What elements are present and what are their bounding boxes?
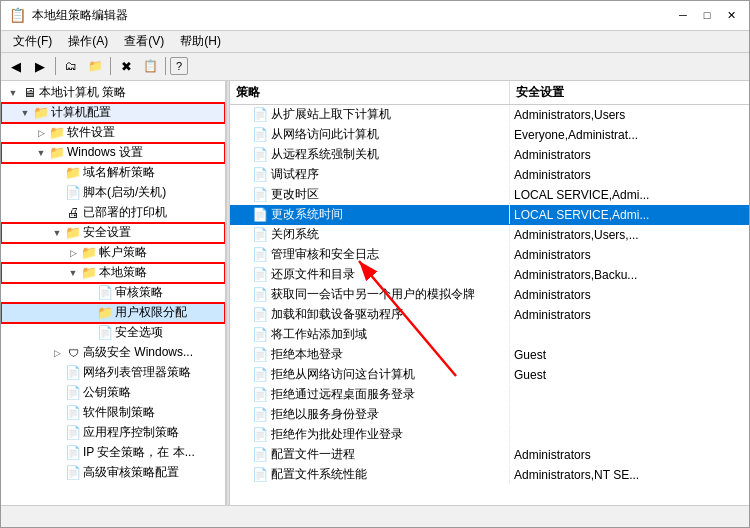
header-policy[interactable]: 策略 [230, 81, 510, 104]
user-rights-icon: 📁 [97, 305, 113, 321]
printers-expander [49, 205, 65, 221]
minimize-button[interactable]: ─ [673, 5, 693, 25]
table-row[interactable]: 📄获取同一会话中另一个用户的模拟令牌 Administrators [230, 285, 749, 305]
toolbar: ◀ ▶ 🗂 📁 ✖ 📋 ? [1, 53, 749, 81]
tree-item-dns[interactable]: 📁 域名解析策略 [1, 163, 225, 183]
cell-security: Administrators,Backu... [510, 267, 749, 283]
table-row[interactable]: 📄拒绝通过远程桌面服务登录 [230, 385, 749, 405]
forward-button[interactable]: ▶ [29, 55, 51, 77]
cell-policy: 📄拒绝从网络访问这台计算机 [230, 365, 510, 384]
tree-item-scripts[interactable]: 📄 脚本(启动/关机) [1, 183, 225, 203]
tree-item-software-restrict[interactable]: 📄 软件限制策略 [1, 403, 225, 423]
local-policy-expander: ▼ [5, 85, 21, 101]
tree-item-user-rights[interactable]: 📁 用户权限分配 [1, 303, 225, 323]
tree-item-network-list[interactable]: 📄 网络列表管理器策略 [1, 363, 225, 383]
tree-item-advanced-audit[interactable]: 📄 高级审核策略配置 [1, 463, 225, 483]
tree-item-security-settings[interactable]: ▼ 📁 安全设置 [1, 223, 225, 243]
menu-action[interactable]: 操作(A) [60, 31, 116, 52]
table-row[interactable]: 📄配置文件系统性能 Administrators,NT SE... [230, 465, 749, 485]
table-row[interactable]: 📄更改时区 LOCAL SERVICE,Admi... [230, 185, 749, 205]
properties-button[interactable]: 📋 [139, 55, 161, 77]
public-key-expander [49, 385, 65, 401]
up-button[interactable]: 📁 [84, 55, 106, 77]
menu-help[interactable]: 帮助(H) [172, 31, 229, 52]
menu-bar: 文件(F) 操作(A) 查看(V) 帮助(H) [1, 31, 749, 53]
title-bar: 📋 本地组策略编辑器 ─ □ ✕ [1, 1, 749, 31]
adv-audit-label: 高级审核策略配置 [83, 464, 179, 481]
table-row[interactable]: 📄管理审核和安全日志 Administrators [230, 245, 749, 265]
table-row[interactable]: 📄从远程系统强制关机 Administrators [230, 145, 749, 165]
cell-policy: 📄拒绝以服务身份登录 [230, 405, 510, 424]
tree-item-software-settings[interactable]: ▷ 📁 软件设置 [1, 123, 225, 143]
cell-policy: 📄关闭系统 [230, 225, 510, 244]
cell-security: Everyone,Administrat... [510, 127, 749, 143]
cell-policy: 📄配置文件一进程 [230, 445, 510, 464]
tree-item-audit[interactable]: 📄 审核策略 [1, 283, 225, 303]
table-row[interactable]: 📄从网络访问此计算机 Everyone,Administrat... [230, 125, 749, 145]
table-row[interactable]: 📄拒绝作为批处理作业登录 [230, 425, 749, 445]
cell-policy-selected: 📄更改系统时间 [230, 205, 510, 224]
cell-security [510, 334, 749, 336]
applocker-label: 应用程序控制策略 [83, 424, 179, 441]
cell-policy: 📄从远程系统强制关机 [230, 145, 510, 164]
cell-security [510, 394, 749, 396]
table-row[interactable]: 📄调试程序 Administrators [230, 165, 749, 185]
tree-item-printers[interactable]: 🖨 已部署的打印机 [1, 203, 225, 223]
header-security[interactable]: 安全设置 [510, 81, 749, 104]
windows-settings-label: Windows 设置 [67, 144, 143, 161]
cell-security: Administrators [510, 287, 749, 303]
tree-item-applocker[interactable]: 📄 应用程序控制策略 [1, 423, 225, 443]
cell-policy: 📄获取同一会话中另一个用户的模拟令牌 [230, 285, 510, 304]
audit-icon: 📄 [97, 285, 113, 301]
local-policy2-expander: ▼ [65, 265, 81, 281]
cell-security-selected: LOCAL SERVICE,Admi... [510, 207, 749, 223]
tree-item-advanced-security[interactable]: ▷ 🛡 高级安全 Windows... [1, 343, 225, 363]
tree-item-local-policy2[interactable]: ▼ 📁 本地策略 [1, 263, 225, 283]
security-settings-icon: 📁 [65, 225, 81, 241]
ip-security-label: IP 安全策略，在 本... [83, 444, 195, 461]
tree-item-public-key[interactable]: 📄 公钥策略 [1, 383, 225, 403]
table-row[interactable]: 📄加载和卸载设备驱动程序 Administrators [230, 305, 749, 325]
help-button[interactable]: ? [170, 57, 188, 75]
app-icon: 📋 [9, 7, 26, 23]
printers-icon: 🖨 [65, 205, 81, 221]
tree-item-security-options[interactable]: 📄 安全选项 [1, 323, 225, 343]
cell-policy: 📄从网络访问此计算机 [230, 125, 510, 144]
close-button[interactable]: ✕ [721, 5, 741, 25]
tree-panel[interactable]: ▼ 🖥 本地计算机 策略 ▼ 📁 计算机配置 ▷ 📁 软件设置 [1, 81, 226, 505]
printers-label: 已部署的打印机 [83, 204, 167, 221]
tree-item-windows-settings[interactable]: ▼ 📁 Windows 设置 [1, 143, 225, 163]
menu-file[interactable]: 文件(F) [5, 31, 60, 52]
tree-item-local-policy[interactable]: ▼ 🖥 本地计算机 策略 [1, 83, 225, 103]
software-settings-label: 软件设置 [67, 124, 115, 141]
cell-policy: 📄加载和卸载设备驱动程序 [230, 305, 510, 324]
tree-item-computer-config[interactable]: ▼ 📁 计算机配置 [1, 103, 225, 123]
table-row[interactable]: 📄配置文件一进程 Administrators [230, 445, 749, 465]
security-options-icon: 📄 [97, 325, 113, 341]
show-hide-button[interactable]: 🗂 [60, 55, 82, 77]
tree-item-account-policy[interactable]: ▷ 📁 帐户策略 [1, 243, 225, 263]
table-row[interactable]: 📄将工作站添加到域 [230, 325, 749, 345]
table-row[interactable]: 📄还原文件和目录 Administrators,Backu... [230, 265, 749, 285]
table-row-selected[interactable]: 📄更改系统时间 LOCAL SERVICE,Admi... [230, 205, 749, 225]
tree-item-ip-security[interactable]: 📄 IP 安全策略，在 本... [1, 443, 225, 463]
applocker-icon: 📄 [65, 425, 81, 441]
ip-security-expander [49, 445, 65, 461]
table-row[interactable]: 📄拒绝从网络访问这台计算机 Guest [230, 365, 749, 385]
maximize-button[interactable]: □ [697, 5, 717, 25]
windows-settings-icon: 📁 [49, 145, 65, 161]
cell-policy: 📄管理审核和安全日志 [230, 245, 510, 264]
cell-policy: 📄拒绝本地登录 [230, 345, 510, 364]
delete-button[interactable]: ✖ [115, 55, 137, 77]
cell-security: Administrators [510, 447, 749, 463]
table-row[interactable]: 📄关闭系统 Administrators,Users,... [230, 225, 749, 245]
main-area: ▼ 🖥 本地计算机 策略 ▼ 📁 计算机配置 ▷ 📁 软件设置 [1, 81, 749, 505]
menu-view[interactable]: 查看(V) [116, 31, 172, 52]
table-row[interactable]: 📄从扩展站上取下计算机 Administrators,Users [230, 105, 749, 125]
scripts-label: 脚本(启动/关机) [83, 184, 166, 201]
table-row[interactable]: 📄拒绝以服务身份登录 [230, 405, 749, 425]
cell-security: Administrators [510, 247, 749, 263]
cell-policy: 📄调试程序 [230, 165, 510, 184]
table-row[interactable]: 📄拒绝本地登录 Guest [230, 345, 749, 365]
back-button[interactable]: ◀ [5, 55, 27, 77]
